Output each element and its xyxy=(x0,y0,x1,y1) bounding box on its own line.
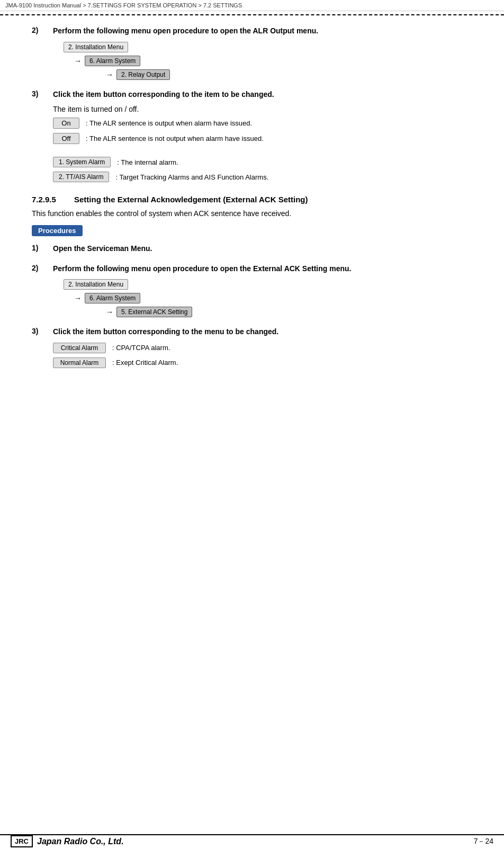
step-1-title: Open the Serviceman Menu. xyxy=(53,244,152,254)
step-2-num: 2) xyxy=(32,264,53,272)
menu-row2-bot: → 5. External ACK Setting xyxy=(106,307,472,317)
step3-7295-body: Critical Alarm : CPA/TCPA alarm. Normal … xyxy=(53,343,472,368)
step3-top-body: The item is turned on / off. On : The AL… xyxy=(53,105,472,182)
menu-row-mid: → 6. Alarm System xyxy=(74,56,472,66)
off-option-row: Off : The ALR sentence is not output whe… xyxy=(53,133,472,144)
installation-menu-btn-bot[interactable]: 2. Installation Menu xyxy=(64,279,128,290)
menu-row2-top: 2. Installation Menu xyxy=(64,279,472,290)
step-3-title: Click the item button corresponding to t… xyxy=(53,327,278,337)
step-number-2-top: 2) xyxy=(32,26,53,34)
breadcrumb: JMA-9100 Instruction Manual > 7.SETTINGS… xyxy=(0,0,504,11)
sys-alarm-button[interactable]: 1. System Alarm xyxy=(53,157,111,167)
sys-alarm-row: 1. System Alarm : The internal alarm. xyxy=(53,157,472,167)
off-button[interactable]: Off xyxy=(53,133,79,144)
critical-alarm-button[interactable]: Critical Alarm xyxy=(53,343,106,353)
step2-top-title: Perform the following menu open procedur… xyxy=(53,26,318,37)
step-1-num: 1) xyxy=(32,244,53,252)
step-number-3-top: 3) xyxy=(32,90,53,98)
on-button[interactable]: On xyxy=(53,118,79,129)
company-name: Japan Radio Co., Ltd. xyxy=(37,837,124,846)
normal-alarm-row: Normal Alarm : Exept Critical Alarm. xyxy=(53,358,472,368)
menu-row-top: 2. Installation Menu xyxy=(64,42,472,52)
section-number: 7.2.9.5 xyxy=(32,195,74,204)
step3-desc: The item is turned on / off. xyxy=(53,105,472,113)
on-option-row: On : The ALR sentence is output when ala… xyxy=(53,118,472,129)
alarm-system-btn-top[interactable]: 6. Alarm System xyxy=(85,56,140,66)
step2-top: 2) Perform the following menu open proce… xyxy=(32,26,472,80)
menu-flow-1: 2. Installation Menu → 6. Alarm System →… xyxy=(64,42,472,80)
footer: JRC Japan Radio Co., Ltd. 7－24 xyxy=(0,834,504,847)
tt-alarm-button[interactable]: 2. TT/AIS Alarm xyxy=(53,172,109,182)
step-3-num: 3) xyxy=(32,327,53,335)
procedures-label: Procedures xyxy=(32,225,83,236)
jrc-label: JRC xyxy=(11,835,33,847)
step-2-title: Perform the following menu open procedur… xyxy=(53,264,351,274)
section-7295-desc: This function enables the control of sys… xyxy=(32,209,472,218)
procedures-badge: Procedures xyxy=(32,225,472,244)
step1-7295: 1) Open the Serviceman Menu. xyxy=(32,244,472,254)
page-number: 7－24 xyxy=(474,837,493,846)
tt-alarm-desc: : Target Tracking Alarms and AIS Functio… xyxy=(115,173,268,181)
menu-row2-mid: → 6. Alarm System xyxy=(74,293,472,303)
tt-alarm-row: 2. TT/AIS Alarm : Target Tracking Alarms… xyxy=(53,172,472,182)
section-7295-header: 7.2.9.5 Setting the External Acknowledge… xyxy=(32,195,472,204)
arrow-icon-1: → xyxy=(74,57,82,65)
section-heading: Setting the External Acknowledgement (Ex… xyxy=(74,195,308,204)
arrow-icon-3: → xyxy=(74,294,82,302)
off-desc: : The ALR sentence is not output when al… xyxy=(86,135,264,142)
relay-output-btn[interactable]: 2. Relay Output xyxy=(116,69,170,80)
normal-alarm-button[interactable]: Normal Alarm xyxy=(53,358,106,368)
arrow-icon-4: → xyxy=(106,308,113,316)
step2-7295: 2) Perform the following menu open proce… xyxy=(32,264,472,318)
external-ack-btn[interactable]: 5. External ACK Setting xyxy=(116,307,192,317)
step3-top-title: Click the item button corresponding to t… xyxy=(53,90,274,100)
menu-row-bot: → 2. Relay Output xyxy=(106,69,472,80)
footer-logo: JRC Japan Radio Co., Ltd. xyxy=(11,835,124,847)
step3-top: 3) Click the item button corresponding t… xyxy=(32,90,472,183)
normal-alarm-desc: : Exept Critical Alarm. xyxy=(112,359,178,367)
arrow-icon-2: → xyxy=(106,70,113,79)
alarm-system-btn-bot[interactable]: 6. Alarm System xyxy=(85,293,140,303)
menu-flow-2: 2. Installation Menu → 6. Alarm System →… xyxy=(64,279,472,317)
on-desc: : The ALR sentence is output when alarm … xyxy=(86,119,252,127)
sys-alarm-desc: : The internal alarm. xyxy=(117,158,178,166)
step3-7295: 3) Click the item button corresponding t… xyxy=(32,327,472,368)
installation-menu-btn-top[interactable]: 2. Installation Menu xyxy=(64,42,128,52)
critical-alarm-desc: : CPA/TCPA alarm. xyxy=(112,344,170,352)
critical-alarm-row: Critical Alarm : CPA/TCPA alarm. xyxy=(53,343,472,353)
